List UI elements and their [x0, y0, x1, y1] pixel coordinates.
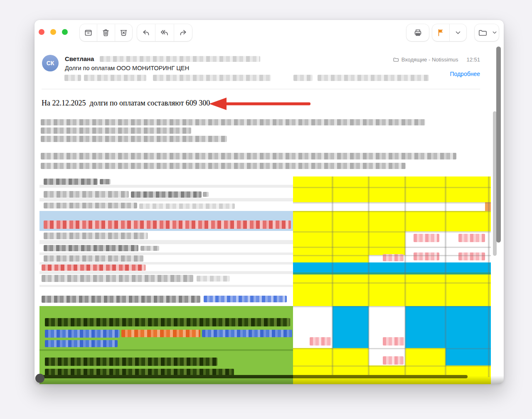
reply-actions-group [137, 24, 192, 41]
table-row-stripe [39, 285, 296, 287]
table-gridline-horizontal [293, 365, 491, 367]
debt-summary-line: На 22.12.2025 долги по оплатам составляю… [42, 99, 210, 108]
forward-icon [179, 28, 187, 37]
move-to-folder-group [475, 24, 499, 41]
mailbox-meta: Входящие - Notissimus 12:51 [393, 56, 480, 63]
redacted-text [139, 203, 235, 209]
print-icon [414, 28, 422, 37]
redacted-link-text [45, 340, 118, 347]
folder-icon [393, 57, 399, 62]
table-cell-cyan [405, 306, 446, 348]
folder-icon [478, 29, 487, 37]
forward-button[interactable] [174, 24, 192, 41]
redacted-text [293, 75, 313, 81]
reply-icon [142, 28, 150, 37]
table-row-stripe [39, 185, 296, 188]
reply-all-icon [160, 28, 169, 37]
redacted-text [153, 75, 271, 81]
subject-line: Долги по оплатам ООО МОНИТОРИНГ ЦЕН [65, 65, 189, 71]
table-gridline-horizontal [293, 211, 491, 212]
redacted-text [197, 276, 230, 282]
archive-icon [84, 28, 93, 37]
folder-options-button[interactable] [490, 24, 499, 41]
redacted-text [44, 191, 129, 198]
table-row-stripe [39, 271, 296, 274]
table-band-cyan [293, 262, 491, 273]
redacted-text [45, 318, 290, 326]
redacted-text [100, 56, 260, 62]
table-cell-yellow [405, 211, 491, 231]
print-group [406, 24, 429, 41]
move-to-folder-button[interactable] [475, 24, 490, 41]
redacted-text [140, 246, 159, 251]
table-cell-yellow [293, 211, 405, 255]
avatar: СК [42, 55, 59, 71]
window-scrollbar-thumb[interactable] [496, 47, 501, 243]
table-gridline-vertical [368, 176, 369, 377]
flag-button[interactable] [432, 24, 449, 41]
table-gridline-horizontal [293, 231, 491, 233]
flag-options-button[interactable] [449, 24, 467, 41]
details-link[interactable]: Подробнее [450, 71, 480, 77]
close-button[interactable] [39, 29, 44, 35]
zoom-button[interactable] [62, 29, 68, 35]
clipped-ui-dot [35, 374, 44, 383]
chevron-down-icon [493, 31, 497, 34]
redacted-link-text [202, 330, 292, 337]
redacted-text [318, 75, 429, 81]
junk-icon [119, 28, 128, 37]
redacted-link-text [45, 330, 120, 338]
redacted-text [44, 233, 148, 239]
mailbox-actions-group [80, 24, 132, 41]
minimize-button[interactable] [50, 29, 56, 35]
window-bottom-shade [34, 376, 504, 384]
table-row-stripe [39, 252, 296, 255]
redacted-text [41, 153, 456, 159]
redacted-link-text [204, 296, 287, 302]
redacted-text [131, 191, 202, 198]
redacted-text [41, 127, 191, 134]
redacted-number [414, 252, 439, 260]
redacted-text [203, 192, 209, 197]
red-arrow-annotation [209, 96, 311, 111]
table-gridline-horizontal [293, 255, 491, 256]
sender-name: Светлана [65, 55, 94, 62]
redacted-text [44, 245, 138, 251]
table-gridline-vertical [445, 176, 446, 377]
flag-icon [436, 28, 445, 37]
message-time: 12:51 [466, 56, 480, 63]
print-button[interactable] [406, 24, 429, 41]
trash-button[interactable] [97, 24, 114, 41]
trash-icon [101, 28, 110, 37]
redacted-number [458, 234, 485, 242]
reply-button[interactable] [137, 24, 155, 41]
table-row-stripe [39, 240, 296, 244]
avatar-initials: СК [47, 60, 54, 66]
redacted-number [310, 337, 331, 345]
redacted-number [414, 234, 439, 242]
table-gridline-vertical [404, 176, 406, 377]
redacted-text-orange [121, 330, 200, 337]
redacted-text [44, 255, 143, 262]
redacted-number [458, 252, 485, 260]
mail-window: СК Светлана Долги по оплатам ООО МОНИТОР… [34, 20, 504, 384]
redacted-text [41, 119, 425, 125]
redacted-text [42, 275, 193, 282]
table-row-stripe [39, 198, 296, 201]
table-gridline-horizontal [293, 282, 491, 284]
table-cell-yellow [293, 274, 491, 306]
redacted-text [45, 358, 217, 366]
redacted-text [44, 203, 137, 208]
reply-all-button[interactable] [155, 24, 173, 41]
table-cell-yellow [293, 176, 491, 202]
chevron-down-icon [456, 31, 461, 34]
redacted-text [41, 136, 227, 142]
junk-button[interactable] [115, 24, 132, 41]
flag-group [432, 24, 466, 41]
redacted-text [100, 179, 111, 184]
redacted-number [383, 356, 404, 365]
redacted-text [42, 296, 200, 303]
table-cell-cyan [332, 306, 369, 348]
redacted-text [41, 163, 406, 169]
archive-button[interactable] [80, 24, 97, 41]
